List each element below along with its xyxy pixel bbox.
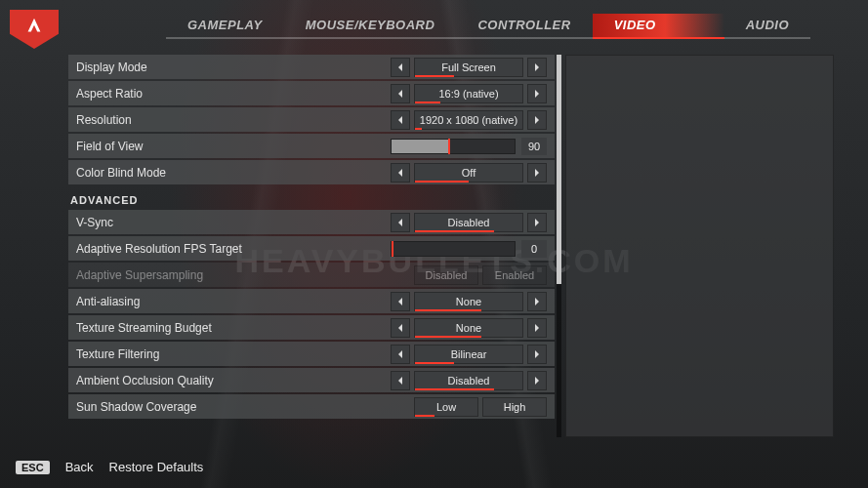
settings-list-wrap: Display Mode Full Screen Aspect Ratio 16…: [68, 55, 561, 437]
next-tex-filter[interactable]: [527, 345, 547, 364]
scrollbar[interactable]: [557, 55, 561, 437]
tab-mouse-keyboard[interactable]: MOUSE/KEYBOARD: [284, 14, 457, 39]
slider-fill: [392, 140, 448, 153]
label-color-blind: Color Blind Mode: [76, 166, 385, 180]
tabs: GAMEPLAY MOUSE/KEYBOARD CONTROLLER VIDEO…: [166, 14, 810, 39]
row-fov: Field of View 90: [68, 134, 555, 158]
value-text: 16:9 (native): [438, 88, 498, 100]
value-ao[interactable]: Disabled: [414, 371, 523, 390]
label-resolution: Resolution: [76, 113, 385, 127]
value-text: Bilinear: [451, 348, 487, 360]
slider-adaptive-fps[interactable]: 0: [391, 240, 547, 258]
row-adaptive-fps: Adaptive Resolution FPS Target 0: [68, 236, 555, 261]
row-vsync: V-Sync Disabled: [68, 210, 555, 234]
row-texture-streaming: Texture Streaming Budget None: [68, 315, 555, 340]
next-display-mode[interactable]: [527, 58, 547, 77]
slider-tick: [392, 241, 393, 257]
label-aspect-ratio: Aspect Ratio: [76, 87, 385, 101]
next-color-blind[interactable]: [527, 163, 547, 183]
next-vsync[interactable]: [527, 213, 547, 232]
scroll-thumb[interactable]: [557, 55, 561, 284]
value-text: None: [456, 296, 481, 307]
prev-display-mode[interactable]: [391, 58, 410, 77]
prev-aspect-ratio[interactable]: [391, 84, 410, 103]
prev-aa[interactable]: [391, 292, 410, 311]
label-adaptive-ss: Adaptive Supersampling: [76, 268, 408, 282]
value-text: Low: [436, 401, 456, 413]
next-resolution[interactable]: [527, 110, 547, 130]
prev-tex-filter[interactable]: [391, 345, 410, 364]
orange-bar: [415, 309, 481, 311]
orange-bar: [415, 336, 481, 338]
pair-adaptive-ss: Disabled Enabled: [414, 265, 547, 285]
orange-bar: [415, 181, 469, 183]
value-tex-filter[interactable]: Bilinear: [414, 345, 523, 364]
label-ao: Ambient Occlusion Quality: [76, 374, 385, 387]
orange-bar: [415, 415, 434, 417]
slider-track[interactable]: [391, 241, 516, 257]
slider-track[interactable]: [391, 139, 516, 154]
value-text: Disabled: [448, 375, 490, 386]
sun-shadow-low[interactable]: Low: [414, 397, 478, 417]
label-aa: Anti-aliasing: [76, 295, 385, 308]
prev-vsync[interactable]: [391, 213, 410, 232]
selector-tex-filter: Bilinear: [391, 345, 547, 364]
label-display-mode: Display Mode: [76, 61, 385, 74]
selector-vsync: Disabled: [391, 213, 547, 232]
value-text: Off: [462, 167, 475, 179]
tab-controller[interactable]: CONTROLLER: [456, 14, 592, 39]
slider-fov[interactable]: 90: [391, 138, 547, 155]
label-vsync: V-Sync: [76, 216, 385, 229]
selector-resolution: 1920 x 1080 (native): [391, 110, 547, 130]
section-advanced: ADVANCED: [68, 186, 555, 208]
next-tex-stream[interactable]: [527, 318, 547, 338]
orange-bar: [415, 388, 494, 390]
value-resolution[interactable]: 1920 x 1080 (native): [414, 110, 523, 130]
orange-bar: [415, 128, 422, 130]
value-aspect-ratio[interactable]: 16:9 (native): [414, 84, 523, 103]
row-adaptive-supersampling: Adaptive Supersampling Disabled Enabled: [68, 263, 555, 287]
selector-color-blind: Off: [391, 163, 547, 183]
value-aa[interactable]: None: [414, 292, 523, 311]
adaptive-ss-disabled: Disabled: [414, 265, 478, 285]
value-text: Full Screen: [441, 61, 496, 73]
next-ao[interactable]: [527, 371, 547, 390]
label-sun-shadow: Sun Shadow Coverage: [76, 400, 408, 414]
tab-bar: GAMEPLAY MOUSE/KEYBOARD CONTROLLER VIDEO…: [0, 14, 868, 51]
footer: ESC Back Restore Defaults: [16, 460, 203, 474]
row-anti-aliasing: Anti-aliasing None: [68, 289, 555, 313]
prev-color-blind[interactable]: [391, 163, 410, 183]
back-button[interactable]: Back: [65, 460, 94, 474]
adaptive-ss-enabled: Enabled: [482, 265, 547, 285]
selector-aspect-ratio: 16:9 (native): [391, 84, 547, 103]
selector-ao: Disabled: [391, 371, 547, 390]
settings-list: Display Mode Full Screen Aspect Ratio 16…: [68, 55, 555, 437]
tab-video[interactable]: VIDEO: [593, 14, 724, 39]
prev-resolution[interactable]: [391, 110, 410, 130]
pair-sun-shadow: Low High: [414, 397, 547, 417]
sun-shadow-high[interactable]: High: [482, 397, 547, 417]
row-texture-filtering: Texture Filtering Bilinear: [68, 342, 555, 366]
prev-ao[interactable]: [391, 371, 410, 390]
prev-tex-stream[interactable]: [391, 318, 410, 338]
value-color-blind[interactable]: Off: [414, 163, 523, 183]
next-aspect-ratio[interactable]: [527, 84, 547, 103]
row-ambient-occlusion: Ambient Occlusion Quality Disabled: [68, 368, 555, 392]
label-tex-stream: Texture Streaming Budget: [76, 321, 385, 335]
row-sun-shadow: Sun Shadow Coverage Low High: [68, 394, 555, 419]
value-text: 1920 x 1080 (native): [420, 114, 517, 126]
value-vsync[interactable]: Disabled: [414, 213, 523, 232]
esc-key-icon: ESC: [16, 461, 50, 474]
value-tex-stream[interactable]: None: [414, 318, 523, 338]
selector-tex-stream: None: [391, 318, 547, 338]
description-panel: [565, 55, 834, 437]
restore-defaults-button[interactable]: Restore Defaults: [109, 460, 204, 474]
tab-audio[interactable]: AUDIO: [724, 14, 810, 39]
value-text: Disabled: [448, 217, 490, 228]
row-aspect-ratio: Aspect Ratio 16:9 (native): [68, 81, 555, 105]
next-aa[interactable]: [527, 292, 547, 311]
label-tex-filter: Texture Filtering: [76, 347, 385, 361]
tab-gameplay[interactable]: GAMEPLAY: [166, 14, 284, 39]
orange-bar: [415, 75, 454, 77]
value-display-mode[interactable]: Full Screen: [414, 58, 523, 77]
